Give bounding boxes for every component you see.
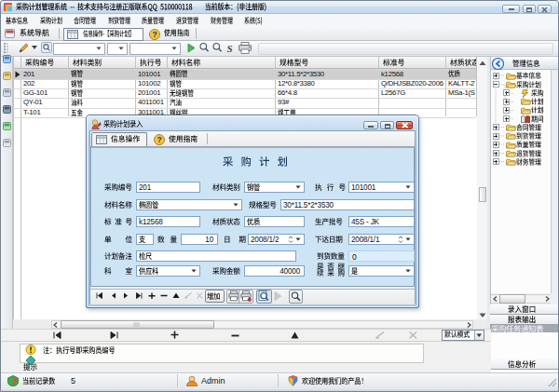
svg-text:?: ? bbox=[152, 29, 157, 38]
svg-text:?: ? bbox=[157, 134, 161, 143]
svg-text:S: S bbox=[226, 43, 232, 53]
